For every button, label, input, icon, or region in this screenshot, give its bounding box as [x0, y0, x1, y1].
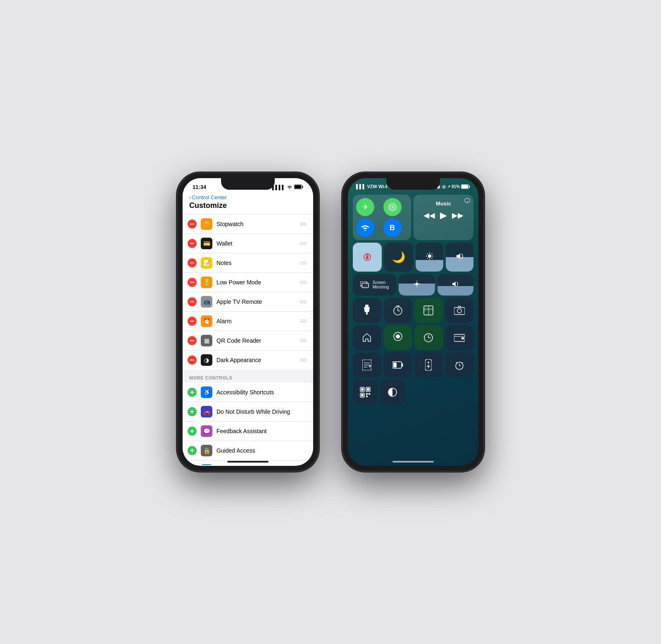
item-label: Do Not Disturb While Driving	[216, 408, 307, 415]
wallet-button[interactable]	[445, 325, 474, 350]
remove-button[interactable]	[188, 258, 197, 267]
phone-settings: 11:34 ▌▌▌▌ ‹ Control Center Customize	[178, 173, 318, 471]
home-button[interactable]	[353, 325, 381, 350]
svg-rect-74	[366, 393, 368, 395]
timer-button[interactable]	[384, 298, 412, 323]
add-button[interactable]	[188, 388, 197, 397]
included-item[interactable]: 📺 Apple TV Remote	[183, 292, 313, 312]
drag-handle[interactable]	[300, 242, 307, 246]
airplane-mode-button[interactable]: ✈	[356, 198, 374, 216]
remove-button[interactable]	[188, 336, 197, 345]
volume-slider[interactable]	[446, 243, 473, 272]
drag-handle[interactable]	[300, 358, 307, 362]
svg-rect-10	[366, 256, 369, 259]
app-icon: ♿	[201, 386, 212, 398]
home-indicator[interactable]	[227, 461, 269, 463]
dark-appearance-button[interactable]	[380, 380, 405, 405]
qr-code-button[interactable]	[353, 380, 378, 405]
nav-bar: ‹ Control Center Customize	[183, 193, 313, 215]
remove-button[interactable]	[188, 278, 197, 287]
bluetooth-button[interactable]: B	[383, 219, 402, 237]
airplay-icon[interactable]	[464, 198, 470, 204]
svg-rect-51	[461, 337, 464, 339]
battery-button[interactable]	[384, 353, 412, 377]
page-title: Customize	[189, 201, 227, 210]
music-prev-button[interactable]: ◀◀	[423, 211, 435, 220]
app-icon: 🚗	[201, 406, 212, 417]
drag-handle[interactable]	[300, 222, 307, 226]
signal-icon: ▌▌▌▌	[272, 185, 285, 190]
included-item[interactable]: ◑ Dark Appearance	[183, 351, 313, 370]
volume-bar-2[interactable]	[437, 274, 474, 296]
drag-handle[interactable]	[300, 320, 307, 323]
included-item[interactable]: 💳 Wallet	[183, 234, 313, 253]
back-button[interactable]: ‹ Control Center	[189, 194, 307, 200]
more-controls-section: ♿ Accessibility Shortcuts 🚗 Do Not Distu…	[183, 383, 313, 465]
cc-signal-icon: ▌▌▌	[356, 184, 366, 189]
svg-point-45	[396, 334, 400, 339]
cc-grid: ✈ B Music	[348, 191, 478, 408]
wifi-button[interactable]	[356, 219, 374, 237]
phone-control-center: ▌▌▌ VZW Wi-Fi VPN ⏰ ◎ ↗ 91% ✈	[343, 173, 483, 471]
more-control-item[interactable]: ♿ Accessibility Shortcuts	[183, 383, 313, 402]
more-control-item[interactable]: 🚗 Do Not Disturb While Driving	[183, 402, 313, 422]
cc-battery-icon	[461, 184, 470, 189]
drag-handle[interactable]	[300, 281, 307, 284]
cc-status-right: ⏰ ◎ ↗ 91%	[436, 184, 470, 189]
svg-point-43	[457, 309, 461, 313]
add-button[interactable]	[188, 427, 197, 436]
drag-handle[interactable]	[300, 339, 307, 343]
app-icon: 💳	[201, 238, 212, 249]
cc-row-6	[353, 353, 473, 377]
screen-mirroring-button[interactable]: ScreenMirroring	[353, 274, 396, 296]
record-button[interactable]	[384, 325, 412, 350]
add-button[interactable]	[188, 407, 197, 416]
included-item[interactable]: ⏱ Stopwatch	[183, 215, 313, 234]
included-item[interactable]: ▦ QR Code Reader	[183, 331, 313, 351]
music-tile[interactable]: Music ◀◀ ▶ ▶▶	[414, 195, 473, 240]
included-item[interactable]: 📝 Notes	[183, 253, 313, 273]
svg-line-67	[461, 362, 463, 363]
more-control-item[interactable]: 🔒 Guided Access	[183, 441, 313, 460]
included-item[interactable]: 🔋 Low Power Mode	[183, 273, 313, 292]
remove-button[interactable]	[188, 355, 197, 365]
svg-line-17	[431, 258, 432, 259]
do-not-disturb-button[interactable]: 🌙	[384, 243, 413, 272]
cc-row-1: ✈ B Music	[353, 195, 473, 240]
camera-button[interactable]	[445, 298, 474, 323]
music-play-button[interactable]: ▶	[440, 210, 447, 221]
cellular-button[interactable]	[383, 198, 402, 216]
brightness-slider[interactable]	[416, 243, 443, 272]
svg-line-19	[431, 253, 432, 254]
svg-rect-29	[366, 312, 368, 315]
flashlight-button[interactable]	[353, 298, 381, 323]
app-icon: 📺	[201, 296, 212, 308]
remove-button[interactable]	[188, 297, 197, 306]
included-item[interactable]: ⏰ Alarm	[183, 312, 313, 331]
rotation-lock-button[interactable]	[353, 243, 382, 272]
drag-handle[interactable]	[300, 300, 307, 304]
notes-button-cc[interactable]	[353, 353, 381, 377]
remove-button[interactable]	[188, 317, 197, 326]
drag-handle[interactable]	[300, 261, 307, 265]
svg-rect-2	[295, 185, 301, 188]
music-next-button[interactable]: ▶▶	[452, 211, 464, 220]
back-chevron-icon: ‹	[189, 194, 191, 200]
clock-button[interactable]	[414, 325, 443, 350]
calculator-button[interactable]: +-×÷=	[414, 298, 443, 323]
alarm-button[interactable]	[445, 353, 474, 377]
home-indicator-2[interactable]	[392, 461, 434, 463]
remove-button[interactable]	[188, 219, 197, 229]
remote-button[interactable]	[414, 353, 443, 377]
screen-mirroring-label: ScreenMirroring	[373, 280, 389, 289]
item-label: Apple TV Remote	[216, 298, 296, 305]
add-button[interactable]	[188, 446, 197, 455]
svg-rect-75	[369, 393, 370, 395]
brightness-bar-2[interactable]	[399, 274, 435, 296]
svg-rect-73	[361, 394, 364, 396]
remove-button[interactable]	[188, 239, 197, 248]
cc-row-4: +-×÷=	[353, 298, 473, 323]
svg-text:-: -	[430, 306, 430, 309]
more-control-item[interactable]: 💬 Feedback Assistant	[183, 422, 313, 441]
app-icon: ▦	[201, 335, 212, 346]
